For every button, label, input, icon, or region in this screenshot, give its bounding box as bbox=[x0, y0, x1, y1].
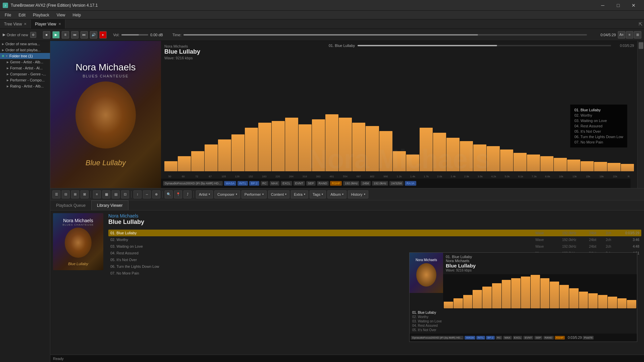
sidebar-item-performer-composer[interactable]: ▶ Performer - Compo... bbox=[0, 77, 50, 83]
dropdown-performer[interactable]: Performer ▾ bbox=[241, 190, 267, 198]
tab-tree-view[interactable]: Tree View ✕ bbox=[0, 19, 31, 28]
mini-status-bp2[interactable]: BP:2 bbox=[486, 336, 494, 340]
prev-button[interactable]: ⏮ bbox=[71, 31, 78, 39]
toolbar-add-button[interactable]: ⊕ bbox=[152, 190, 160, 198]
mini-player-info: 01. Blue Lullaby Nora Michaels Blue Lull… bbox=[443, 253, 637, 274]
play-button[interactable]: ▶ bbox=[52, 31, 60, 39]
dropdown-composer[interactable]: Composer ▾ bbox=[214, 190, 240, 198]
menu-file[interactable]: File bbox=[1, 12, 14, 18]
dropdown-content[interactable]: Content ▾ bbox=[268, 190, 290, 198]
status-excl[interactable]: EXCL bbox=[281, 181, 292, 186]
dropdown-album[interactable]: Album ▾ bbox=[327, 190, 346, 198]
sidebar-item-format-artist[interactable]: ▶ Format - Artist - Al... bbox=[0, 65, 50, 71]
record-button[interactable]: ● bbox=[99, 31, 107, 39]
toolbar-grid-button[interactable]: ▦ bbox=[102, 190, 110, 198]
sidebar-item-folder-tree[interactable]: ▼ Folder tree (1) bbox=[0, 53, 50, 59]
menu-view[interactable]: View bbox=[53, 12, 69, 18]
maximize-button[interactable]: □ bbox=[610, 0, 626, 11]
status-rc[interactable]: RC bbox=[261, 181, 268, 186]
next-button[interactable]: ⏭ bbox=[80, 31, 88, 39]
tab-playback-queue[interactable]: Playback Queue bbox=[50, 200, 91, 210]
toolbar-menu-button[interactable]: ☰ bbox=[52, 190, 60, 198]
dropdown-extra-label: Extra bbox=[294, 192, 303, 196]
toolbar-expand-button[interactable]: ⊞ bbox=[71, 190, 79, 198]
dropdown-extra[interactable]: Extra ▾ bbox=[291, 190, 308, 198]
toolbar-details-button[interactable]: ▤ bbox=[112, 190, 120, 198]
toolbar-divider-2 bbox=[131, 191, 131, 198]
mini-status-evnt[interactable]: EVNT bbox=[523, 336, 533, 340]
mini-status-sep[interactable]: SEP bbox=[534, 336, 542, 340]
track-num-1: 01. Blue Lullaby bbox=[110, 231, 171, 235]
spec-bar-21 bbox=[433, 133, 446, 171]
tab-library-viewer[interactable]: Library Viewer bbox=[91, 200, 128, 210]
track-row-2[interactable]: 02. Worthy Wave 192.0kHz 24bit 2ch 3:46 bbox=[108, 236, 641, 243]
mini-status-excl[interactable]: EXCL bbox=[513, 336, 523, 340]
menu-playback[interactable]: Playback bbox=[30, 12, 53, 18]
pause-button[interactable]: ⏸ bbox=[62, 31, 69, 39]
minimize-button[interactable]: ─ bbox=[595, 0, 610, 11]
sidebar-item-composer-genre[interactable]: ▶ Composer - Genre -... bbox=[0, 71, 50, 77]
mini-track-3[interactable]: 03. Waiting on Love bbox=[412, 319, 442, 323]
mini-status-rand[interactable]: RAND bbox=[543, 336, 554, 340]
track-row-1[interactable]: 01. Blue Lullaby Wave 192.0kHz 24bit 2ch… bbox=[108, 230, 641, 236]
toolbar-search-button[interactable]: 🔍 bbox=[165, 190, 173, 198]
mini-track-2[interactable]: 02. Worthy bbox=[412, 315, 442, 319]
toolbar-thumb-button[interactable]: ⊡ bbox=[121, 190, 129, 198]
album-small-title: Blue Lullaby bbox=[68, 262, 88, 266]
config-button[interactable]: ⊞ bbox=[634, 31, 641, 39]
status-rshp[interactable]: RSHP bbox=[330, 181, 342, 186]
toolbar-list-button[interactable]: ≡ bbox=[93, 190, 101, 198]
status-max[interactable]: MAX bbox=[270, 181, 280, 186]
mini-track-4[interactable]: 04. Rest Assured bbox=[412, 323, 442, 328]
sidebar-item-order-last-playback[interactable]: ▶ Order of last playba... bbox=[0, 47, 50, 53]
volume-slider[interactable] bbox=[121, 34, 148, 36]
toolbar-pin-button[interactable]: 📍 bbox=[174, 190, 182, 198]
sidebar-item-genre-artist[interactable]: ▶ Genre - Artist - Alb... bbox=[0, 59, 50, 65]
toolbar-close-button[interactable]: ⊠ bbox=[80, 190, 89, 198]
order-settings-button[interactable]: ⚙ bbox=[30, 32, 36, 38]
dropdown-history-label: History bbox=[351, 192, 362, 196]
toolbar-collapse-button[interactable]: ⊟ bbox=[62, 190, 70, 198]
order-label[interactable]: ▶ Order of new bbox=[3, 33, 28, 37]
list-button[interactable]: ≡ bbox=[626, 31, 633, 39]
sidebar-item-order-new-arrivals[interactable]: ▶ Order of new arriva... bbox=[0, 41, 50, 47]
tab-tree-view-close[interactable]: ✕ bbox=[24, 22, 26, 26]
spectrum-labels: 50 60 72 87 105 126 152 183 220 264 318 … bbox=[161, 175, 637, 178]
close-button[interactable]: ✕ bbox=[626, 0, 641, 11]
eq-button[interactable]: A≡ bbox=[618, 31, 625, 39]
mute-button[interactable]: 🔊 bbox=[90, 31, 97, 39]
tab-player-view-close[interactable]: ✕ bbox=[58, 22, 61, 26]
toolbar-sort-asc-button[interactable]: ↕ bbox=[133, 190, 142, 198]
sidebar-item-rating-artist[interactable]: ▶ Rating - Artist - Alb... bbox=[0, 83, 50, 89]
stop-button[interactable]: ■ bbox=[43, 31, 50, 39]
mini-status-max[interactable]: MAX bbox=[503, 336, 512, 340]
dropdown-history[interactable]: History ▾ bbox=[348, 190, 368, 198]
sidebar-arrow: ▶ bbox=[7, 79, 9, 82]
status-raila[interactable]: RA:IA bbox=[405, 181, 416, 186]
toolbar-sort-desc-button[interactable]: ↔ bbox=[143, 190, 151, 198]
dropdown-tags[interactable]: Tags ▾ bbox=[310, 190, 326, 198]
mini-status-rc[interactable]: RC bbox=[496, 336, 502, 340]
status-rand[interactable]: RAND bbox=[317, 181, 329, 186]
toolbar-export-button[interactable]: ⤴ bbox=[183, 190, 192, 198]
mini-track-5[interactable]: 05. It's Not Over bbox=[412, 328, 442, 332]
track-progress-bar[interactable] bbox=[358, 45, 611, 46]
track-row-3[interactable]: 03. Waiting on Love Wave 192.0kHz 24bit … bbox=[108, 243, 641, 250]
status-sep[interactable]: SEP bbox=[306, 181, 316, 186]
vertical-scrollbar[interactable] bbox=[637, 41, 644, 188]
playback-progress-bar[interactable] bbox=[183, 34, 587, 36]
mini-status-rshp[interactable]: RSHP bbox=[555, 336, 565, 340]
tab-expand-button[interactable]: ⇱ bbox=[639, 21, 643, 27]
spec-bar-5 bbox=[218, 139, 231, 171]
album-art-background: Nora Michaels BLUES CHANTEUSE Blue Lulla… bbox=[50, 41, 161, 188]
menu-edit[interactable]: Edit bbox=[15, 12, 29, 18]
tab-player-view[interactable]: Player View ✕ bbox=[31, 19, 65, 28]
dropdown-artist[interactable]: Artist ▾ bbox=[196, 190, 213, 198]
sidebar-arrow: ▶ bbox=[7, 61, 9, 64]
status-bp2[interactable]: BP:2 bbox=[249, 181, 259, 186]
mini-track-1[interactable]: 01. Blue Lullaby bbox=[412, 310, 442, 315]
scrollbar-thumb[interactable] bbox=[639, 42, 643, 49]
album-small-artist: Nora Michaels bbox=[63, 218, 93, 223]
menu-help[interactable]: Help bbox=[69, 12, 85, 18]
status-evnt[interactable]: EVNT bbox=[293, 181, 305, 186]
